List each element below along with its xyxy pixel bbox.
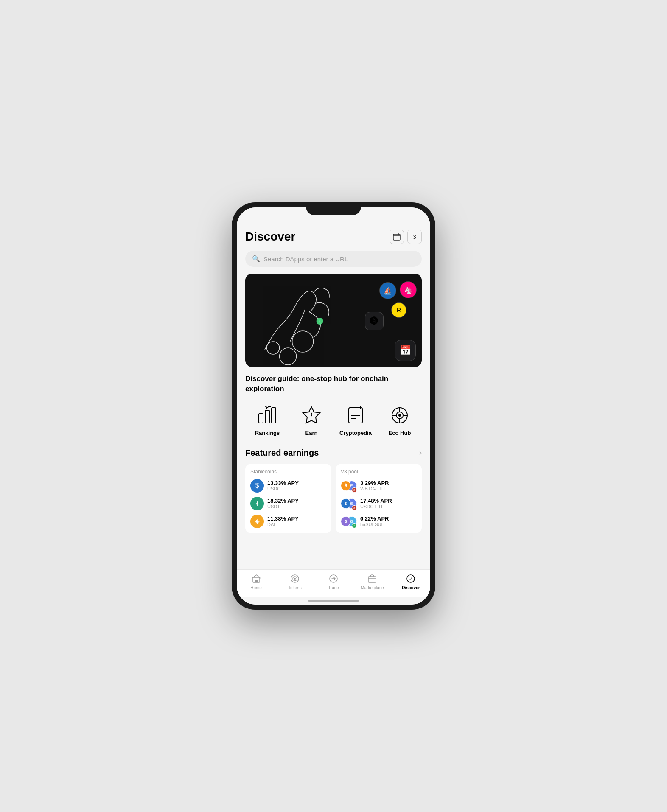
wbtc-eth-info: 3.29% APR WBTC-ETH <box>360 480 389 491</box>
usdt-info: 18.32% APY USDT <box>267 498 299 509</box>
nav-tokens[interactable]: Tokens <box>275 573 314 590</box>
opensea-icon: ⛵ <box>379 282 396 299</box>
usdc-info: 13.33% APY USDC <box>267 480 299 491</box>
usdc-icon: $ <box>250 479 264 493</box>
sui-row[interactable]: S S ✓ 0.22% APR haSUI-SUI <box>341 515 417 528</box>
trade-icon <box>328 573 339 584</box>
home-bar <box>308 600 359 602</box>
phone-screen: Discover 3 <box>237 207 430 605</box>
calendar-button[interactable] <box>390 230 404 244</box>
svg-point-7 <box>317 318 323 325</box>
wbtc-eth-row[interactable]: ₿ Ξ a 3.29% APR WBTC-ETH <box>341 479 417 493</box>
svg-point-4 <box>292 331 314 352</box>
nav-marketplace[interactable]: Marketplace <box>353 573 392 590</box>
wbtc-eth-ticker: WBTC-ETH <box>360 486 389 491</box>
phone-frame: Discover 3 <box>232 202 435 610</box>
uniswap-icon: 🦄 <box>400 281 417 298</box>
usdt-apy: 18.32% APY <box>267 498 299 504</box>
earn-label: Earn <box>305 430 318 436</box>
svg-rect-24 <box>255 580 258 582</box>
nav-home[interactable]: Home <box>237 573 275 590</box>
discover-icon <box>405 573 416 584</box>
rankings-icon <box>256 404 278 426</box>
svg-marker-11 <box>303 407 320 423</box>
nav-trade[interactable]: Trade <box>314 573 353 590</box>
marketplace-icon <box>367 573 378 584</box>
usdc-eth-ticker: USDC-ETH <box>360 504 392 509</box>
svg-point-6 <box>267 342 280 354</box>
sui-info: 0.22% APR haSUI-SUI <box>360 515 389 527</box>
hero-illustration <box>245 274 369 367</box>
svg-point-32 <box>410 578 412 580</box>
eco-hub-icon <box>389 404 411 426</box>
featured-earnings-arrow[interactable]: › <box>419 448 422 457</box>
eco-hub-label: Eco Hub <box>389 430 411 436</box>
calendar-icon <box>393 233 401 241</box>
stablecoins-card: Stablecoins $ 13.33% APY USDC ₮ 18.32% <box>245 464 331 533</box>
svg-rect-9 <box>265 410 269 423</box>
hero-banner[interactable]: ⛵ 🦄 R 🅐 📅 <box>245 274 422 367</box>
svg-point-27 <box>294 578 296 580</box>
svg-rect-29 <box>368 577 376 582</box>
guide-text: Discover guide: one-stop hub for onchain… <box>245 374 422 394</box>
usdc-apy: 13.33% APY <box>267 480 299 486</box>
appstore-icon: 🅐 <box>365 312 384 330</box>
rarible-icon: R <box>391 302 406 318</box>
wbtc-eth-icon: ₿ Ξ a <box>341 479 357 493</box>
usdt-icon: ₮ <box>250 497 264 510</box>
home-label: Home <box>250 585 262 590</box>
dai-info: 11.38% APY DAI <box>267 515 299 527</box>
usdc-ticker: USDC <box>267 486 299 491</box>
usdc-row[interactable]: $ 13.33% APY USDC <box>250 479 326 493</box>
usdc-eth-icon: $ Ξ a <box>341 497 357 510</box>
nav-rankings[interactable]: Rankings <box>245 404 289 436</box>
dai-row[interactable]: ◈ 11.38% APY DAI <box>250 515 326 528</box>
search-placeholder: Search DApps or enter a URL <box>263 255 348 263</box>
earnings-grid: Stablecoins $ 13.33% APY USDC ₮ 18.32% <box>245 464 422 533</box>
home-indicator <box>237 597 430 605</box>
notch <box>306 202 361 215</box>
marketplace-label: Marketplace <box>361 585 384 590</box>
trade-label: Trade <box>328 585 339 590</box>
usdc-eth-apr: 17.48% APR <box>360 498 392 504</box>
search-bar[interactable]: 🔍 Search DApps or enter a URL <box>245 251 422 267</box>
stablecoins-label: Stablecoins <box>250 469 326 475</box>
svg-point-5 <box>280 348 297 365</box>
v3pool-label: V3 pool <box>341 469 417 475</box>
usdc-eth-row[interactable]: $ Ξ a 17.48% APR USDC-ETH <box>341 497 417 510</box>
usdc-eth-info: 17.48% APR USDC-ETH <box>360 498 392 509</box>
cryptopedia-label: Cryptopedia <box>339 430 372 436</box>
usdt-ticker: USDT <box>267 504 299 509</box>
tokens-label: Tokens <box>288 585 302 590</box>
sui-ticker: haSUI-SUI <box>360 522 389 527</box>
usdt-row[interactable]: ₮ 18.32% APY USDT <box>250 497 326 510</box>
page-header: Discover 3 <box>245 226 422 244</box>
earn-icon <box>300 404 322 426</box>
rankings-label: Rankings <box>255 430 280 436</box>
dai-icon: ◈ <box>250 515 264 528</box>
dai-ticker: DAI <box>267 522 299 527</box>
tokens-icon <box>289 573 300 584</box>
home-icon <box>251 573 262 584</box>
calendar-hero-icon: 📅 <box>395 340 416 361</box>
scroll-area: Discover 3 <box>237 226 430 569</box>
nav-eco-hub[interactable]: Eco Hub <box>378 404 422 436</box>
nav-cryptopedia[interactable]: Cryptopedia <box>334 404 378 436</box>
sui-icon: S S ✓ <box>341 515 357 528</box>
dai-apy: 11.38% APY <box>267 515 299 522</box>
svg-point-18 <box>398 414 401 417</box>
featured-earnings-title: Featured earnings <box>245 448 319 458</box>
discover-label: Discover <box>402 585 420 590</box>
header-actions: 3 <box>390 230 422 244</box>
page-title: Discover <box>245 230 295 244</box>
nav-discover[interactable]: Discover <box>392 573 430 590</box>
featured-earnings-header: Featured earnings › <box>245 448 422 458</box>
wbtc-eth-apr: 3.29% APR <box>360 480 389 486</box>
v3pool-card: V3 pool ₿ Ξ a 3.29% APR WBTC-ETH <box>336 464 422 533</box>
bottom-navigation: Home Tokens <box>237 569 430 597</box>
notifications-button[interactable]: 3 <box>407 230 422 244</box>
nav-earn[interactable]: Earn <box>289 404 334 436</box>
svg-rect-8 <box>259 414 263 423</box>
sui-apr: 0.22% APR <box>360 515 389 522</box>
quick-navigation: Rankings Earn <box>245 404 422 436</box>
